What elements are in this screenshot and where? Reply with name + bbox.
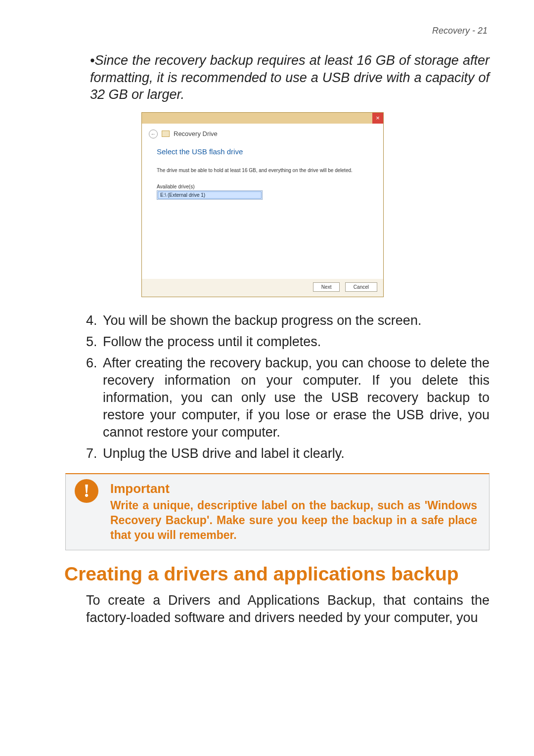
drive-list-item[interactable]: E:\ (External drive 1) [158, 191, 262, 199]
step-6: After creating the recovery backup, you … [103, 355, 490, 441]
recovery-drive-dialog: × ← Recovery Drive Select the USB flash … [141, 112, 384, 297]
folder-icon [162, 131, 170, 137]
section-heading: Creating a drivers and applications back… [64, 563, 490, 585]
dialog-heading: Select the USB flash drive [157, 147, 368, 156]
important-callout: ! Important Write a unique, descriptive … [65, 473, 490, 550]
step-4: You will be shown the backup progress on… [103, 312, 490, 329]
dialog-spacer [157, 200, 368, 269]
bullet-note: •Since the recovery backup requires at l… [36, 52, 490, 103]
bullet-text: Since the recovery backup requires at le… [90, 53, 490, 102]
dialog-titlebar: × [142, 113, 383, 124]
dialog-body: Select the USB flash drive The drive mus… [142, 141, 383, 279]
drive-list[interactable]: E:\ (External drive 1) [157, 190, 263, 200]
step-7: Unplug the USB drive and label it clearl… [103, 445, 490, 462]
available-drives-label: Available drive(s) [157, 184, 368, 189]
document-page: Recovery - 21 •Since the recovery backup… [0, 0, 534, 756]
dialog-button-row: Next Cancel [142, 279, 383, 297]
next-button[interactable]: Next [313, 282, 340, 292]
back-icon[interactable]: ← [149, 130, 158, 138]
dialog-title: Recovery Drive [174, 130, 218, 137]
dialog-instruction: The drive must be able to hold at least … [157, 168, 368, 173]
cancel-button[interactable]: Cancel [345, 282, 377, 292]
step-list: You will be shown the backup progress on… [36, 312, 490, 463]
page-header: Recovery - 21 [36, 26, 490, 36]
exclamation-icon: ! [75, 479, 98, 503]
dialog-breadcrumb: ← Recovery Drive [142, 124, 383, 141]
close-button[interactable]: × [372, 113, 383, 124]
callout-title: Important [110, 481, 477, 496]
callout-body: Write a unique, descriptive label on the… [110, 498, 477, 543]
section-paragraph: To create a Drivers and Applications Bac… [36, 592, 490, 626]
step-5: Follow the process until it completes. [103, 333, 490, 351]
dialog-screenshot: × ← Recovery Drive Select the USB flash … [36, 112, 490, 297]
